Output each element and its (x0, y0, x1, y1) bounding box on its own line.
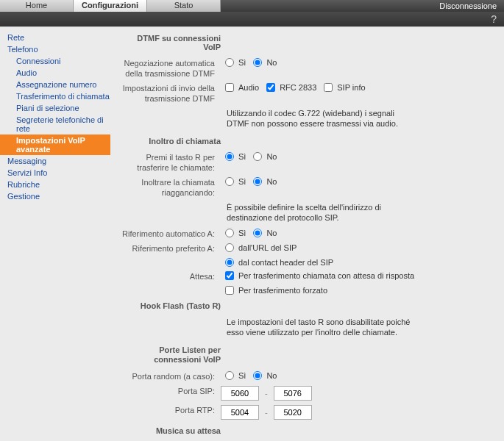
content: DTMF su connessioni VoIP Negoziazione au… (110, 27, 504, 441)
porte-title: Porte Listen per connessioni VoIP (118, 343, 221, 367)
sidebar: Rete Telefono Connessioni Audio Assegnaz… (0, 27, 110, 441)
no-label: No (266, 58, 277, 67)
sidebar-telefono[interactable]: Telefono (0, 43, 110, 55)
sidebar-connessioni[interactable]: Connessioni (0, 55, 110, 67)
dtmf-rfc2833-cb[interactable] (266, 83, 275, 92)
porta-sip-to[interactable] (274, 386, 312, 401)
rif-pref-url[interactable] (225, 243, 234, 252)
sidebar-piani[interactable]: Piani di selezione (0, 102, 110, 114)
tabs: Home Configurazioni Stato (0, 0, 221, 12)
riag-si[interactable] (225, 177, 234, 186)
premi-r-no[interactable] (253, 152, 262, 161)
premi-r-si[interactable] (225, 152, 234, 161)
porta-rtp-from[interactable] (221, 405, 259, 420)
sidebar-servizi[interactable]: Servizi Info (0, 167, 110, 179)
help-bar: ? (0, 12, 504, 26)
neg-auto-no[interactable] (253, 58, 262, 67)
rif-auto-no[interactable] (253, 229, 262, 237)
destinazione-note: È possibile definire la scelta dell'indi… (227, 202, 418, 223)
neg-auto-si[interactable] (225, 58, 234, 67)
dtmf-audio-cb[interactable] (225, 83, 234, 92)
tab-status[interactable]: Stato (147, 0, 221, 12)
attesa-label: Attesa: (118, 271, 221, 282)
topbar: Home Configurazioni Stato Disconnessione (0, 0, 504, 12)
disconnect-link[interactable]: Disconnessione (439, 1, 497, 10)
sidebar-segreterie[interactable]: Segreterie telefoniche di rete (0, 114, 110, 135)
porta-rtp-to[interactable] (274, 405, 312, 420)
g722-note: Utilizzando il codec G.722 (wideband) i … (227, 108, 418, 129)
sidebar-trasferimento[interactable]: Trasferimento di chiamata (0, 90, 110, 102)
inoltrare-riag-label: Inoltrare la chiamata riagganciando: (118, 177, 221, 198)
help-icon[interactable]: ? (491, 13, 497, 25)
main: Rete Telefono Connessioni Audio Assegnaz… (0, 26, 504, 441)
si-label: Sì (238, 58, 246, 67)
rif-pref-contact[interactable] (225, 258, 234, 267)
porta-sip-label: Porta SIP: (118, 386, 221, 396)
tab-config[interactable]: Configurazioni (74, 0, 147, 12)
attesa-risposta-cb[interactable] (225, 271, 234, 280)
inoltro-title: Inoltro di chiamata (118, 135, 221, 148)
sidebar-rubriche[interactable]: Rubriche (0, 179, 110, 190)
porta-random-label: Porta random (a caso): (118, 371, 221, 381)
musica-title: Musica su attesa (118, 424, 221, 437)
riag-no[interactable] (253, 177, 262, 186)
sidebar-gestione[interactable]: Gestione (0, 190, 110, 202)
sidebar-audio[interactable]: Audio (0, 67, 110, 79)
invio-dtmf-label: Impostazioni di invio della trasmissione… (118, 83, 221, 104)
dtmf-title: DTMF su connessioni VoIP (118, 32, 221, 54)
range-sep: - (265, 389, 268, 398)
porta-rtp-label: Porta RTP: (118, 405, 221, 415)
porta-random-si[interactable] (225, 371, 234, 380)
sidebar-messaging[interactable]: Messaging (0, 155, 110, 167)
premi-r-label: Premi il tasto R per trasferire le chiam… (118, 152, 221, 173)
rif-auto-si[interactable] (225, 229, 234, 237)
range-sep-2: - (265, 408, 268, 417)
trasf-forzato-cb[interactable] (225, 286, 234, 295)
sidebar-voip-avanzate[interactable]: Impostazioni VoIP avanzate (0, 135, 110, 155)
rif-pref-label: Riferimento preferito A: (118, 243, 221, 254)
sidebar-assegnazione[interactable]: Assegnazione numero (0, 79, 110, 90)
neg-auto-label: Negoziazione automatica della trasmissio… (118, 58, 221, 79)
audio-label: Audio (238, 83, 259, 92)
rif-auto-label: Riferimento automatico A: (118, 229, 221, 239)
sidebar-rete[interactable]: Rete (0, 32, 110, 43)
tab-home[interactable]: Home (0, 0, 74, 12)
dtmf-sipinfo-cb[interactable] (324, 83, 333, 92)
sipinfo-label: SIP info (337, 83, 365, 92)
porta-random-no[interactable] (253, 371, 262, 380)
porta-sip-from[interactable] (221, 386, 259, 401)
hookflash-title: Hook Flash (Tasto R) (118, 299, 221, 312)
hookflash-note: Le impostazioni del tasto R sono disabil… (227, 317, 418, 337)
rfc2833-label: RFC 2833 (280, 83, 316, 92)
